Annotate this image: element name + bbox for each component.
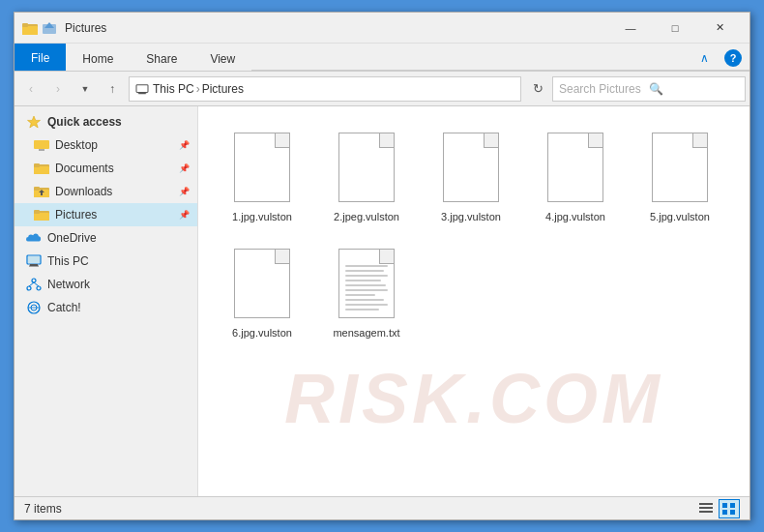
list-item[interactable]: mensagem.txt bbox=[318, 238, 415, 346]
back-button[interactable]: ‹ bbox=[18, 76, 44, 102]
svg-rect-12 bbox=[34, 166, 49, 174]
sidebar-item-network[interactable]: Network bbox=[15, 273, 197, 296]
downloads-label: Downloads bbox=[55, 185, 175, 198]
recent-locations-button[interactable]: ▼ bbox=[73, 76, 98, 102]
maximize-button[interactable]: □ bbox=[653, 13, 697, 44]
svg-rect-36 bbox=[722, 503, 727, 508]
onedrive-label: OneDrive bbox=[47, 231, 190, 245]
svg-rect-1 bbox=[22, 26, 38, 35]
desktop-label: Desktop bbox=[55, 138, 175, 152]
network-icon bbox=[26, 277, 42, 292]
svg-point-25 bbox=[32, 279, 36, 282]
file-icon-wrapper bbox=[437, 129, 505, 206]
watermark: RISK.COM bbox=[284, 359, 663, 438]
list-item[interactable]: 2.jpeg.vulston bbox=[318, 122, 415, 230]
desktop-icon bbox=[34, 137, 49, 153]
svg-rect-7 bbox=[138, 93, 147, 94]
list-item[interactable]: 3.jpg.vulston bbox=[423, 122, 519, 230]
desktop-pin-icon: 📌 bbox=[179, 140, 190, 150]
path-pc-icon bbox=[135, 83, 149, 95]
quick-access-label: Quick access bbox=[47, 115, 190, 129]
sidebar: Quick access Desktop 📌 bbox=[15, 106, 198, 496]
documents-icon bbox=[34, 161, 49, 176]
file-name: 4.jpg.vulston bbox=[545, 210, 605, 223]
sidebar-item-onedrive[interactable]: OneDrive bbox=[15, 226, 197, 250]
details-view-button[interactable] bbox=[695, 499, 717, 518]
documents-label: Documents bbox=[55, 162, 175, 175]
tab-view[interactable]: View bbox=[193, 45, 251, 71]
blank-doc-icon bbox=[234, 133, 290, 202]
window-controls: — □ ✕ bbox=[608, 13, 742, 44]
network-label: Network bbox=[47, 278, 190, 291]
refresh-button[interactable]: ↻ bbox=[525, 76, 550, 102]
svg-rect-39 bbox=[730, 510, 735, 515]
search-box[interactable]: Search Pictures 🔍 bbox=[552, 76, 746, 102]
svg-rect-13 bbox=[34, 163, 40, 167]
up-button[interactable]: ↑ bbox=[100, 76, 125, 102]
svg-point-27 bbox=[37, 286, 41, 290]
blank-doc-icon bbox=[234, 249, 290, 318]
address-path[interactable]: This PC › Pictures bbox=[129, 76, 521, 102]
svg-point-26 bbox=[27, 286, 31, 290]
address-bar: ‹ › ▼ ↑ This PC › Pictures ↻ Search Pict… bbox=[15, 72, 749, 106]
status-bar: 7 items bbox=[15, 496, 749, 519]
tab-home[interactable]: Home bbox=[66, 45, 130, 71]
svg-rect-20 bbox=[34, 210, 40, 214]
file-name: 3.jpg.vulston bbox=[441, 210, 501, 223]
minimize-button[interactable]: — bbox=[608, 13, 653, 44]
sidebar-item-this-pc[interactable]: This PC bbox=[15, 250, 197, 273]
sidebar-item-downloads[interactable]: Downloads 📌 bbox=[15, 180, 197, 203]
up-title-icon bbox=[42, 20, 57, 36]
sidebar-item-desktop[interactable]: Desktop 📌 bbox=[15, 133, 197, 157]
file-name: 6.jpg.vulston bbox=[232, 326, 292, 340]
explorer-window: Pictures — □ ✕ File Home Share View ∧ ? … bbox=[14, 12, 750, 520]
path-this-pc[interactable]: This PC bbox=[153, 82, 194, 96]
svg-marker-8 bbox=[28, 116, 41, 128]
file-icon-wrapper bbox=[542, 129, 609, 206]
main-area: Quick access Desktop 📌 bbox=[15, 106, 749, 496]
blank-doc-icon bbox=[547, 133, 603, 202]
svg-rect-38 bbox=[722, 510, 727, 515]
text-doc-icon bbox=[338, 249, 395, 318]
tab-file[interactable]: File bbox=[15, 44, 66, 71]
file-area: RISK.COM 1.jpg.vulston 2.jpeg.vulston bbox=[198, 106, 749, 496]
close-button[interactable]: ✕ bbox=[697, 13, 742, 44]
path-pictures[interactable]: Pictures bbox=[202, 82, 244, 96]
svg-rect-33 bbox=[699, 503, 713, 505]
pictures-label: Pictures bbox=[55, 208, 175, 222]
documents-pin-icon: 📌 bbox=[179, 163, 190, 173]
help-icon[interactable]: ? bbox=[724, 49, 742, 67]
tab-share[interactable]: Share bbox=[130, 45, 193, 71]
window-title: Pictures bbox=[65, 21, 608, 35]
list-item[interactable]: 4.jpg.vulston bbox=[527, 122, 624, 230]
sidebar-item-catch[interactable]: Catch! bbox=[15, 296, 197, 319]
sidebar-item-pictures[interactable]: Pictures 📌 bbox=[15, 203, 197, 226]
file-icon-wrapper bbox=[228, 245, 296, 322]
ribbon-tabs: File Home Share View ∧ ? bbox=[15, 44, 749, 71]
file-icon-wrapper bbox=[228, 129, 296, 206]
sidebar-item-quick-access[interactable]: Quick access bbox=[15, 110, 197, 133]
file-name: 5.jpg.vulston bbox=[650, 210, 710, 223]
search-icon: 🔍 bbox=[649, 82, 739, 96]
catch-label: Catch! bbox=[47, 301, 190, 314]
large-icons-view-button[interactable] bbox=[719, 499, 740, 518]
list-item[interactable]: 1.jpg.vulston bbox=[214, 122, 310, 230]
files-grid: 1.jpg.vulston 2.jpeg.vulston 3.jpg.vulst… bbox=[214, 122, 734, 347]
title-bar: Pictures — □ ✕ bbox=[15, 13, 749, 44]
forward-button[interactable]: › bbox=[45, 76, 71, 102]
blank-doc-icon bbox=[443, 133, 499, 202]
blank-doc-icon bbox=[338, 133, 395, 202]
pictures-folder-icon bbox=[34, 207, 49, 222]
list-item[interactable]: 6.jpg.vulston bbox=[214, 238, 310, 346]
svg-rect-9 bbox=[34, 140, 49, 149]
sidebar-item-documents[interactable]: Documents 📌 bbox=[15, 157, 197, 180]
quick-access-icon bbox=[26, 114, 42, 130]
file-name: mensagem.txt bbox=[333, 326, 399, 340]
list-item[interactable]: 5.jpg.vulston bbox=[632, 122, 728, 230]
svg-rect-5 bbox=[136, 84, 148, 92]
blank-doc-icon bbox=[652, 133, 708, 202]
svg-rect-23 bbox=[29, 266, 39, 267]
file-name: 2.jpeg.vulston bbox=[334, 210, 399, 223]
this-pc-icon bbox=[26, 253, 42, 269]
expand-ribbon-icon[interactable]: ∧ bbox=[700, 51, 709, 65]
